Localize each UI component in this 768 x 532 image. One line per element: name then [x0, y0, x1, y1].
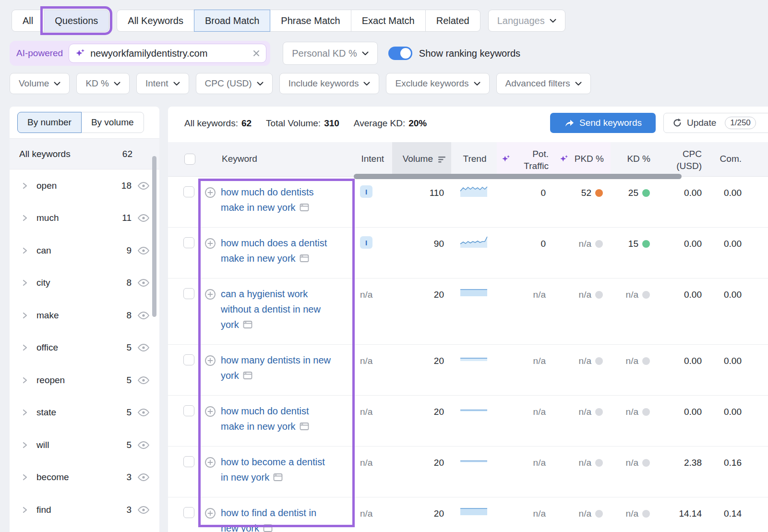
keyword-link[interactable]: how much does a dentist make in new york: [221, 235, 332, 267]
serp-features-icon[interactable]: [273, 471, 283, 486]
add-keyword-icon[interactable]: [204, 457, 216, 468]
chevron-right-icon[interactable]: [22, 246, 28, 255]
clear-search-icon[interactable]: [252, 49, 260, 57]
serp-features-icon[interactable]: [300, 201, 309, 216]
tab-by-number[interactable]: By number: [17, 112, 82, 133]
keyword-link[interactable]: can a hygienist work without a dentist i…: [221, 286, 332, 333]
eye-icon[interactable]: [137, 214, 150, 222]
eye-icon[interactable]: [137, 376, 150, 385]
eye-icon[interactable]: [137, 441, 150, 449]
chevron-right-icon[interactable]: [22, 473, 28, 482]
keyword-group-row[interactable]: office 5: [10, 332, 159, 364]
eye-icon[interactable]: [137, 343, 150, 352]
all-keywords-label: All keywords: [19, 149, 71, 159]
col-com[interactable]: Com.: [703, 154, 742, 164]
tab-all[interactable]: All: [12, 10, 44, 32]
keyword-group-row[interactable]: make 8: [10, 299, 159, 332]
row-checkbox[interactable]: [183, 354, 194, 365]
keyword-link[interactable]: how to find a dentist in new york: [221, 505, 332, 532]
col-intent[interactable]: Intent: [358, 154, 384, 164]
chevron-right-icon[interactable]: [22, 214, 28, 222]
serp-features-icon[interactable]: [263, 521, 273, 532]
chevron-right-icon[interactable]: [22, 506, 28, 514]
row-checkbox[interactable]: [183, 507, 194, 518]
add-keyword-icon[interactable]: [204, 406, 216, 417]
eye-icon[interactable]: [137, 311, 150, 320]
filter-intent[interactable]: Intent: [136, 73, 189, 94]
all-keywords-row[interactable]: All keywords 62: [10, 139, 159, 169]
serp-features-icon[interactable]: [243, 318, 252, 333]
add-keyword-icon[interactable]: [204, 355, 216, 366]
keyword-group-row[interactable]: become 3: [10, 461, 159, 494]
table-horizontal-scrollbar[interactable]: [354, 174, 682, 179]
col-pot-traffic[interactable]: Pot. Traffic: [510, 148, 549, 172]
filter-volume[interactable]: Volume: [10, 73, 70, 94]
col-keyword[interactable]: Keyword: [222, 154, 257, 164]
keyword-group-row[interactable]: open 18: [10, 169, 159, 202]
keyword-link[interactable]: how much do dentists make in new york: [221, 184, 332, 216]
row-checkbox[interactable]: [183, 237, 194, 248]
add-keyword-icon[interactable]: [204, 238, 216, 249]
serp-features-icon[interactable]: [243, 369, 252, 384]
row-checkbox[interactable]: [183, 186, 194, 197]
keyword-group-row[interactable]: find 3: [10, 494, 159, 526]
tab-related[interactable]: Related: [425, 10, 480, 32]
languages-dropdown[interactable]: Languages: [488, 10, 565, 32]
eye-icon[interactable]: [137, 506, 150, 514]
eye-icon[interactable]: [137, 408, 150, 417]
filter-cpc[interactable]: CPC (USD): [196, 73, 273, 94]
serp-features-icon[interactable]: [300, 252, 309, 267]
col-kd[interactable]: KD %: [614, 154, 650, 164]
tab-questions[interactable]: Questions: [44, 10, 109, 32]
col-trend[interactable]: Trend: [456, 154, 493, 164]
keyword-group-row[interactable]: reopen 5: [10, 364, 159, 397]
keyword-group-row[interactable]: can 9: [10, 234, 159, 267]
col-pkd[interactable]: PKD %: [570, 154, 604, 164]
filter-include-keywords[interactable]: Include keywords: [279, 73, 380, 94]
add-keyword-icon[interactable]: [204, 289, 216, 300]
send-keywords-button[interactable]: Send keywords: [550, 113, 656, 133]
eye-icon[interactable]: [137, 278, 150, 287]
keyword-group-row[interactable]: will 5: [10, 429, 159, 461]
select-all-checkbox[interactable]: [184, 154, 195, 165]
filter-exclude-keywords[interactable]: Exclude keywords: [386, 73, 489, 94]
col-cpc[interactable]: CPC (USD): [662, 148, 702, 172]
tab-all-keywords[interactable]: All Keywords: [117, 10, 194, 32]
filter-kd[interactable]: KD %: [76, 73, 130, 94]
group-count: 9: [126, 245, 132, 256]
keyword-group-row[interactable]: much 11: [10, 202, 159, 235]
update-button[interactable]: Update 1/250: [663, 113, 768, 133]
chevron-right-icon[interactable]: [22, 376, 28, 385]
tab-broad-match[interactable]: Broad Match: [194, 10, 270, 32]
ranking-keywords-toggle[interactable]: [388, 47, 412, 60]
chevron-right-icon[interactable]: [22, 343, 28, 352]
sidebar-scrollbar[interactable]: [152, 156, 156, 317]
tab-exact-match[interactable]: Exact Match: [351, 10, 426, 32]
chevron-right-icon[interactable]: [22, 408, 28, 417]
row-checkbox[interactable]: [183, 456, 194, 467]
sort-desc-icon[interactable]: [438, 156, 446, 165]
keyword-group-row[interactable]: state 5: [10, 397, 159, 429]
row-checkbox[interactable]: [183, 288, 194, 299]
chevron-right-icon[interactable]: [22, 441, 28, 449]
tab-by-volume[interactable]: By volume: [81, 112, 144, 133]
eye-icon[interactable]: [137, 181, 150, 190]
col-volume[interactable]: Volume: [386, 154, 433, 164]
add-keyword-icon[interactable]: [204, 187, 216, 198]
add-keyword-icon[interactable]: [204, 508, 216, 519]
keyword-link[interactable]: how to become a dentist in new york: [221, 454, 332, 486]
eye-icon[interactable]: [137, 473, 150, 482]
keyword-link[interactable]: how much do dentist make in new york: [221, 403, 332, 435]
chevron-right-icon[interactable]: [22, 181, 28, 190]
filter-advanced[interactable]: Advanced filters: [496, 73, 591, 94]
keyword-link[interactable]: how many dentists in new york: [221, 352, 332, 384]
keyword-group-row[interactable]: city 8: [10, 267, 159, 300]
serp-features-icon[interactable]: [300, 420, 309, 435]
eye-icon[interactable]: [137, 246, 150, 255]
chevron-right-icon[interactable]: [22, 278, 28, 287]
tab-phrase-match[interactable]: Phrase Match: [270, 10, 351, 32]
search-input[interactable]: [90, 48, 252, 59]
personal-kd-dropdown[interactable]: Personal KD %: [283, 42, 378, 65]
chevron-right-icon[interactable]: [22, 311, 28, 320]
row-checkbox[interactable]: [183, 405, 194, 416]
